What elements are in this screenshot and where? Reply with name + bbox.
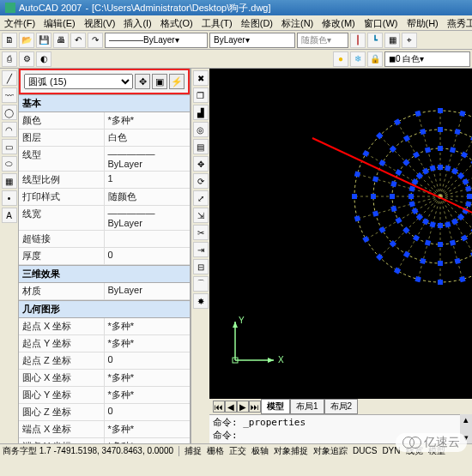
copy-icon[interactable]: ❐ [193, 87, 209, 103]
prop-value[interactable]: 0 [105, 352, 191, 370]
prop-value[interactable] [105, 231, 191, 248]
modify-toolbar: ✖ ❐ ▟ ◎ ▤ ✥ ⟳ ⤢ ⇲ ✂ ⇥ ⊟ ⌒ ✸ [191, 69, 209, 443]
status-ortho[interactable]: 正交 [229, 445, 246, 457]
prop-value[interactable]: *多种* [105, 335, 191, 352]
point-tool-icon[interactable]: • [2, 190, 17, 206]
arc-tool-icon[interactable]: ◠ [2, 122, 17, 137]
menu-draw[interactable]: 绘图(D) [237, 15, 277, 30]
prop-value[interactable]: ByLayer [105, 283, 191, 300]
ellipse-tool-icon[interactable]: ⬭ [2, 156, 17, 172]
menu-file[interactable]: 文件(F) [0, 15, 39, 30]
prop-value[interactable]: 0 [105, 404, 191, 421]
bulb-icon[interactable]: ● [333, 51, 348, 67]
mirror-icon[interactable]: ▟ [193, 105, 209, 120]
rect-tool-icon[interactable]: ▭ [2, 139, 17, 154]
tab-next-icon[interactable]: ▶ [237, 401, 249, 413]
stretch-icon[interactable]: ⇲ [193, 208, 209, 223]
prop-value[interactable]: 1 [105, 172, 191, 189]
svg-rect-25 [451, 218, 458, 225]
prop-value[interactable]: *多种* [105, 370, 191, 387]
prop-value[interactable]: 白色 [105, 130, 191, 147]
lock-icon[interactable]: 🔒 [367, 51, 383, 67]
text-tool-icon[interactable]: A [2, 208, 17, 223]
status-otrack[interactable]: 对象追踪 [313, 445, 348, 457]
offset-icon[interactable]: ◎ [193, 122, 209, 137]
menu-view[interactable]: 视图(V) [80, 15, 120, 30]
prop-value[interactable]: *多种* [105, 318, 191, 335]
prop-value[interactable]: 随颜色 [105, 189, 191, 206]
selection-combo[interactable]: 圆弧 (15) [24, 74, 133, 89]
tab-layout1[interactable]: 布局1 [290, 399, 324, 414]
svg-line-59 [358, 196, 441, 219]
status-snap[interactable]: 捕捉 [185, 445, 202, 457]
prop-value[interactable]: 0 [105, 248, 191, 265]
tool-g-icon[interactable]: ◐ [36, 51, 51, 67]
tab-first-icon[interactable]: ⏮ [213, 401, 225, 413]
drawing-canvas[interactable]: X Y [209, 69, 472, 399]
plotstyle-combo[interactable]: 随颜色 ▾ [297, 33, 348, 48]
tool-b-icon[interactable]: ┗ [367, 33, 383, 48]
status-grid[interactable]: 栅格 [207, 445, 224, 457]
print-icon[interactable]: 🖶 [53, 33, 69, 48]
move-icon[interactable]: ✥ [193, 156, 209, 172]
tool-f-icon[interactable]: ⚙ [19, 51, 34, 67]
array-icon[interactable]: ▤ [193, 139, 209, 154]
save-icon[interactable]: 💾 [36, 33, 51, 48]
svg-rect-5 [467, 194, 472, 199]
break-icon[interactable]: ⊟ [193, 259, 209, 274]
lineweight-combo[interactable]: ByLayer ▾ [209, 33, 295, 48]
explode-icon[interactable]: ✸ [193, 293, 209, 309]
menu-help[interactable]: 帮助(H) [402, 15, 443, 30]
quick-select-icon[interactable]: ⚡ [169, 74, 185, 89]
prop-value[interactable]: ————— ByLayer [105, 206, 191, 231]
svg-rect-100 [445, 165, 451, 171]
rotate-icon[interactable]: ⟳ [193, 173, 209, 189]
extend-icon[interactable]: ⇥ [193, 242, 209, 257]
hatch-tool-icon[interactable]: ▦ [2, 173, 17, 189]
pick-add-icon[interactable]: ✥ [135, 74, 150, 89]
status-polar[interactable]: 极轴 [251, 445, 269, 457]
menu-modify[interactable]: 修改(M) [318, 15, 360, 30]
trim-icon[interactable]: ✂ [193, 225, 209, 240]
freeze-icon[interactable]: ❄ [350, 51, 366, 67]
tab-prev-icon[interactable]: ◀ [225, 401, 237, 413]
circle-tool-icon[interactable]: ◯ [2, 105, 17, 120]
linetype-combo[interactable]: ———— ByLayer ▾ [105, 33, 208, 48]
tab-layout2[interactable]: 布局2 [324, 399, 359, 414]
open-icon[interactable]: 📂 [19, 33, 34, 48]
fillet-icon[interactable]: ⌒ [193, 276, 209, 292]
tool-d-icon[interactable]: ⌖ [402, 33, 417, 48]
prop-value[interactable]: ————— ByLayer [105, 147, 191, 172]
tab-last-icon[interactable]: ⏭ [249, 401, 261, 413]
scale-icon[interactable]: ⤢ [193, 190, 209, 206]
erase-icon[interactable]: ✖ [193, 70, 209, 86]
status-osnap[interactable]: 对象捕捉 [274, 445, 308, 457]
svg-line-54 [366, 196, 441, 239]
status-ducs[interactable]: DUCS [353, 446, 377, 455]
svg-text:X: X [278, 355, 284, 365]
menu-format[interactable]: 格式(O) [156, 15, 197, 30]
prop-value[interactable]: *多种* [105, 387, 191, 404]
tab-model[interactable]: 模型 [261, 399, 290, 414]
menu-dimension[interactable]: 标注(N) [277, 15, 318, 30]
tool-e-icon[interactable]: ⎙ [2, 51, 17, 67]
svg-rect-92 [420, 128, 426, 134]
menu-yanxiu[interactable]: 燕秀工具箱2.81(Y) [443, 15, 472, 30]
svg-rect-53 [376, 253, 383, 260]
new-icon[interactable]: 🗎 [2, 33, 17, 48]
menu-window[interactable]: 窗口(W) [360, 15, 402, 30]
layer-combo[interactable]: ◼ 0 白色 ▾ [384, 51, 470, 67]
polyline-tool-icon[interactable]: 〰 [2, 87, 17, 103]
prop-value[interactable]: *多种* [105, 421, 191, 438]
prop-value[interactable]: *多种* [105, 112, 191, 130]
undo-icon[interactable]: ↶ [70, 33, 86, 48]
line-tool-icon[interactable]: ╱ [2, 70, 17, 86]
menu-tools[interactable]: 工具(T) [197, 15, 237, 30]
tool-c-icon[interactable]: ▦ [384, 33, 400, 48]
menu-insert[interactable]: 插入(I) [119, 15, 155, 30]
menu-edit[interactable]: 编辑(E) [39, 15, 80, 30]
tool-a-icon[interactable]: ┃ [350, 33, 366, 48]
prop-value[interactable]: *多种* [105, 438, 191, 443]
select-obj-icon[interactable]: ▣ [152, 74, 167, 89]
redo-icon[interactable]: ↷ [88, 33, 103, 48]
